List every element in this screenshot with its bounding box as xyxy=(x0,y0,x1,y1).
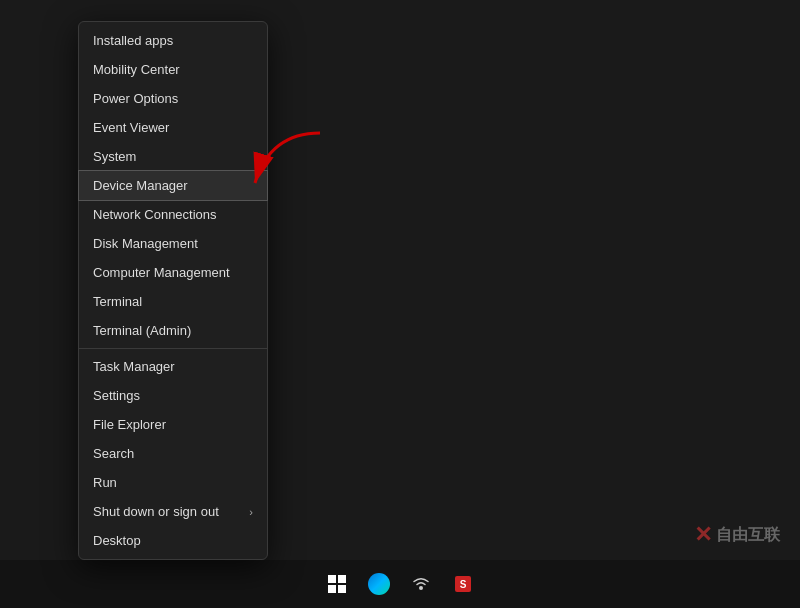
menu-item-label-desktop: Desktop xyxy=(93,533,141,548)
menu-item-label-network-connections: Network Connections xyxy=(93,207,217,222)
menu-item-settings[interactable]: Settings xyxy=(79,381,267,410)
menu-item-installed-apps[interactable]: Installed apps xyxy=(79,26,267,55)
windows-logo-icon xyxy=(328,575,346,593)
menu-item-label-disk-management: Disk Management xyxy=(93,236,198,251)
menu-item-file-explorer[interactable]: File Explorer xyxy=(79,410,267,439)
edge-icon-button[interactable] xyxy=(361,566,397,602)
desktop: Installed appsMobility CenterPower Optio… xyxy=(0,0,800,608)
menu-item-disk-management[interactable]: Disk Management xyxy=(79,229,267,258)
menu-item-label-settings: Settings xyxy=(93,388,140,403)
menu-item-terminal-admin[interactable]: Terminal (Admin) xyxy=(79,316,267,345)
menu-item-network-connections[interactable]: Network Connections xyxy=(79,200,267,229)
menu-item-event-viewer[interactable]: Event Viewer xyxy=(79,113,267,142)
menu-item-shutdown[interactable]: Shut down or sign out› xyxy=(79,497,267,526)
network-icon-button[interactable] xyxy=(403,566,439,602)
menu-item-computer-management[interactable]: Computer Management xyxy=(79,258,267,287)
menu-item-mobility-center[interactable]: Mobility Center xyxy=(79,55,267,84)
menu-item-device-manager[interactable]: Device Manager xyxy=(79,171,267,200)
menu-item-label-terminal: Terminal xyxy=(93,294,142,309)
menu-item-label-file-explorer: File Explorer xyxy=(93,417,166,432)
edge-browser-icon xyxy=(368,573,390,595)
svg-text:S: S xyxy=(460,579,467,590)
menu-item-label-installed-apps: Installed apps xyxy=(93,33,173,48)
taskbar: S xyxy=(0,560,800,608)
menu-item-label-run: Run xyxy=(93,475,117,490)
watermark-symbol: ✕ xyxy=(694,522,712,548)
menu-item-label-terminal-admin: Terminal (Admin) xyxy=(93,323,191,338)
menu-item-power-options[interactable]: Power Options xyxy=(79,84,267,113)
menu-item-label-power-options: Power Options xyxy=(93,91,178,106)
context-menu: Installed appsMobility CenterPower Optio… xyxy=(78,21,268,560)
app-red-button[interactable]: S xyxy=(445,566,481,602)
start-button[interactable] xyxy=(319,566,355,602)
menu-divider-terminal-admin xyxy=(79,348,267,349)
menu-item-label-event-viewer: Event Viewer xyxy=(93,120,169,135)
app-red-icon: S xyxy=(452,573,474,595)
menu-item-label-system: System xyxy=(93,149,136,164)
menu-item-search[interactable]: Search xyxy=(79,439,267,468)
menu-item-terminal[interactable]: Terminal xyxy=(79,287,267,316)
watermark-text: 自由互联 xyxy=(716,525,780,546)
menu-item-label-computer-management: Computer Management xyxy=(93,265,230,280)
svg-point-1 xyxy=(419,586,423,590)
menu-item-label-device-manager: Device Manager xyxy=(93,178,188,193)
menu-item-system[interactable]: System xyxy=(79,142,267,171)
menu-item-label-search: Search xyxy=(93,446,134,461)
menu-item-label-mobility-center: Mobility Center xyxy=(93,62,180,77)
network-icon xyxy=(410,573,432,595)
chevron-right-icon: › xyxy=(249,506,253,518)
menu-item-desktop[interactable]: Desktop xyxy=(79,526,267,555)
menu-item-task-manager[interactable]: Task Manager xyxy=(79,352,267,381)
menu-item-label-shutdown: Shut down or sign out xyxy=(93,504,219,519)
watermark: ✕ 自由互联 xyxy=(694,522,780,548)
menu-item-label-task-manager: Task Manager xyxy=(93,359,175,374)
menu-item-run[interactable]: Run xyxy=(79,468,267,497)
